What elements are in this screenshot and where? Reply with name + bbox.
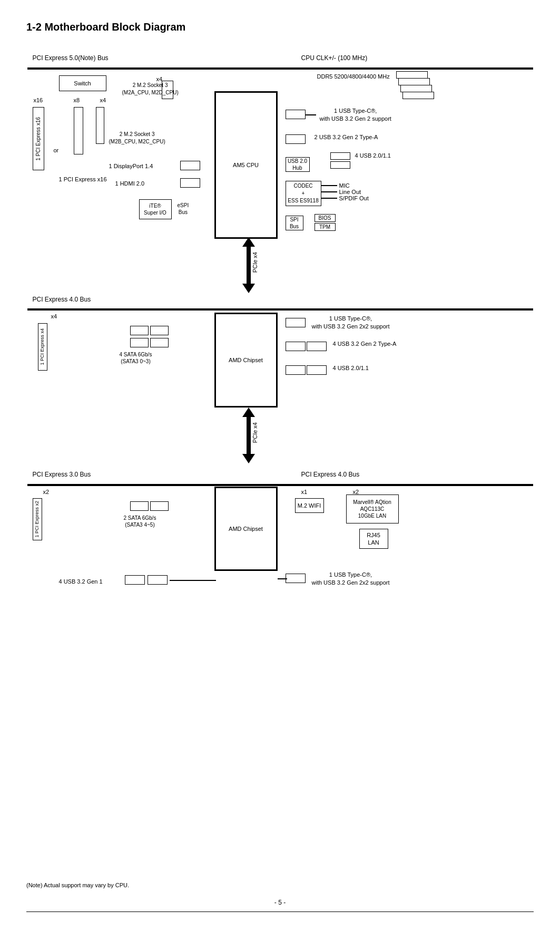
spi-bus-box: SPIBus: [286, 216, 303, 230]
x4-slot: [96, 107, 104, 144]
pcie-x4-label-2: PCIe x4: [251, 422, 259, 443]
block-diagram: PCI Express 5.0(Note) Bus CPU CLK+/- (10…: [27, 49, 533, 871]
cpu-clk-line: [233, 67, 533, 70]
bios-box: BIOS: [315, 214, 336, 222]
hdmi-connector: [180, 178, 200, 188]
amd-chipset-mid-box: AMD Chipset: [214, 313, 278, 408]
x8-slot: [74, 107, 83, 154]
usb-typec-1-connector: [286, 110, 306, 119]
switch-box: Switch: [59, 75, 106, 91]
usb32-gen2-mid-conn-2: [307, 342, 327, 351]
cpu-clk-label: CPU CLK+/- (100 MHz): [301, 54, 368, 63]
footnote: (Note) Actual support may vary by CPU.: [26, 882, 534, 888]
m2-socket3-top-label: 2 M.2 Socket 3(M2A_CPU, M2D_CPU): [122, 82, 179, 96]
pcie-x16-slot: 1 PCI Express x16: [33, 107, 44, 170]
espi-bus-label: eSPIBus: [178, 202, 189, 216]
ite-superio-box: iTE®Super I/O: [139, 199, 172, 219]
sata-mid-conn-3: [130, 338, 149, 347]
lineout-line: [321, 191, 337, 192]
usb32-gen1-conn-1: [125, 575, 145, 585]
pcie30-bus-label: PCI Express 3.0 Bus: [33, 471, 91, 479]
x8-label: x8: [74, 96, 80, 104]
codec-box: CODEC+ESS ES9118: [286, 181, 321, 206]
sata-bot-conn-2: [150, 501, 169, 511]
x2-label: x2: [43, 488, 50, 496]
am5-cpu-box: AM5 CPU: [214, 91, 278, 239]
spdif-line: [321, 198, 337, 199]
bot-bus-line: [27, 484, 533, 486]
ddr5-slot-1: [396, 71, 428, 79]
usb20-mid-label: 4 USB 2.0/1.1: [333, 364, 369, 372]
usb-typec-bot-conn: [286, 574, 306, 583]
spdif-label: S/PDIF Out: [339, 195, 369, 202]
ddr5-slot-3: [400, 85, 432, 92]
m2-wifi-box: M.2 WIFI: [295, 498, 324, 513]
usb20-connector-1: [330, 152, 350, 160]
x16-label: x16: [34, 96, 43, 104]
page-number: - 5 -: [26, 899, 534, 906]
pcie40-bus-label: PCI Express 4.0 Bus: [33, 296, 91, 304]
usb32-gen2-typea-label: 2 USB 3.2 Gen 2 Type-A: [315, 133, 378, 141]
bottom-divider: [26, 911, 534, 912]
sata-mid-conn-1: [130, 326, 149, 335]
bus-line-to-cpu: [44, 67, 215, 69]
pci-x16-bottom-label: 1 PCI Express x16: [59, 176, 107, 183]
page-title: 1-2 Motherboard Block Diagram: [26, 21, 534, 33]
usb-typec-1-line: [306, 114, 316, 115]
pcie40-bus-label-right: PCI Express 4.0 Bus: [301, 471, 360, 479]
usb32-gen1-conn-2: [148, 575, 168, 585]
sata-mid-conn-4: [150, 338, 169, 347]
pcie-x4-label-1: PCIe x4: [251, 252, 259, 273]
rj45-box: RJ45LAN: [359, 529, 388, 549]
usb32-gen2-mid-label: 4 USB 3.2 Gen 2 Type-A: [333, 340, 397, 347]
usb32-gen1-label: 4 USB 3.2 Gen 1: [59, 578, 103, 585]
sata-mid-conn-2: [150, 326, 169, 335]
marvell-box: Marvell® AQtionAQC113C10GbE LAN: [346, 494, 399, 523]
usb20-hub-box: USB 2.0Hub: [286, 157, 310, 172]
mid-bus-line: [27, 308, 533, 311]
usb20-11-label: 4 USB 2.0/1.1: [355, 152, 391, 159]
amd-chipset-bot-box: AMD Chipset: [214, 487, 278, 571]
hdmi-label: 1 HDMI 2.0: [115, 180, 145, 187]
displayport-label: 1 DisplayPort 1.4: [109, 162, 153, 170]
mic-line: [321, 185, 337, 186]
usb-typec-1-label: 1 USB Type-C®,with USB 3.2 Gen 2 support: [320, 107, 391, 123]
or-label: or: [54, 147, 59, 154]
displayport-connector: [180, 161, 200, 170]
tpm-box: TPM: [315, 223, 336, 231]
ddr5-slot-2: [398, 78, 430, 85]
sata-bot-conn-1: [130, 501, 149, 511]
usb-typec-mid-connector: [286, 318, 306, 327]
usb20-connector-2: [330, 161, 350, 169]
usb-typec-mid-label: 1 USB Type-C®,with USB 3.2 Gen 2x2 suppo…: [312, 315, 390, 331]
usb32-gen2-mid-conn-1: [286, 342, 306, 351]
sata-bot-label: 2 SATA 6Gb/s(SATA3 4~5): [124, 515, 156, 528]
usb32-gen2-typea-connector: [286, 134, 306, 144]
ddr5-slot-4: [402, 92, 434, 99]
usb20-mid-conn-2: [307, 365, 327, 375]
usb-gen1-to-chipset-line: [170, 580, 216, 581]
ddr5-label: DDR5 5200/4800/4400 MHz: [317, 73, 390, 80]
pcie-x4-slot-mid: 1 PCI Express x4: [38, 323, 47, 371]
pcie-x2-slot-bot: 1 PCI Express x2: [33, 498, 42, 540]
x4-mid-label: x4: [51, 313, 57, 320]
m2-socket3-bot-label: 2 M.2 Socket 3(M2B_CPU, M2C_CPU): [109, 131, 165, 146]
x4-label-1: x4: [100, 96, 106, 104]
usb20-mid-conn-1: [286, 365, 306, 375]
usb-typec-bot-label: 1 USB Type-C®,with USB 3.2 Gen 2x2 suppo…: [312, 571, 390, 587]
usb-typec-bot-line: [278, 578, 287, 579]
sata-mid-label: 4 SATA 6Gb/s(SATA3 0~3): [120, 351, 152, 365]
x1-label: x1: [301, 488, 308, 496]
pcie50-bus-label: PCI Express 5.0(Note) Bus: [33, 54, 109, 63]
